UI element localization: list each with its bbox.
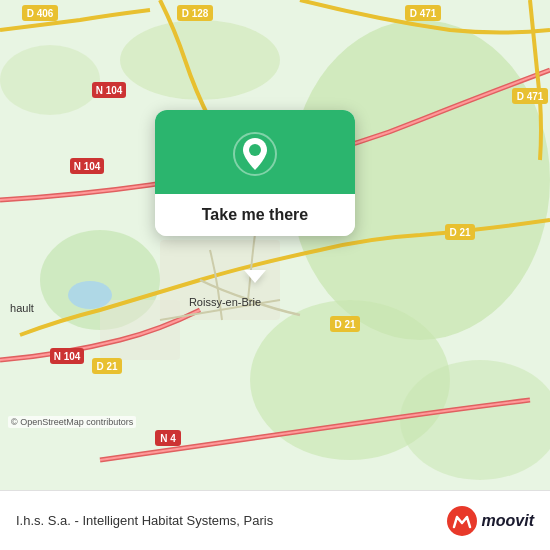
svg-text:N 104: N 104 (96, 85, 123, 96)
svg-text:D 128: D 128 (182, 8, 209, 19)
svg-point-5 (120, 20, 280, 100)
svg-point-9 (68, 281, 112, 309)
svg-point-6 (0, 45, 100, 115)
popup-tail (244, 270, 266, 283)
svg-text:Roissy-en-Brie: Roissy-en-Brie (189, 296, 261, 308)
location-pin-icon (233, 132, 277, 176)
svg-text:N 104: N 104 (54, 351, 81, 362)
svg-text:hault: hault (10, 302, 34, 314)
moovit-brand-text: moovit (482, 512, 534, 530)
svg-point-36 (447, 506, 477, 536)
svg-text:D 21: D 21 (96, 361, 118, 372)
take-me-there-button[interactable]: Take me there (155, 194, 355, 236)
place-title: I.h.s. S.a. - Intelligent Habitat System… (16, 513, 446, 528)
svg-text:D 21: D 21 (449, 227, 471, 238)
osm-attribution: © OpenStreetMap contributors (8, 416, 136, 428)
bottom-bar: I.h.s. S.a. - Intelligent Habitat System… (0, 490, 550, 550)
svg-text:D 406: D 406 (27, 8, 54, 19)
location-popup: Take me there (155, 110, 355, 236)
popup-header (155, 110, 355, 194)
moovit-logo: moovit (446, 505, 534, 537)
svg-point-35 (249, 144, 261, 156)
svg-text:D 471: D 471 (410, 8, 437, 19)
svg-text:D 21: D 21 (334, 319, 356, 330)
moovit-icon (446, 505, 478, 537)
map-container: D 406 D 128 D 471 D 471 N 104 N 104 N 10… (0, 0, 550, 490)
svg-text:N 104: N 104 (74, 161, 101, 172)
svg-rect-8 (100, 300, 180, 360)
svg-text:D 471: D 471 (517, 91, 544, 102)
svg-text:N 4: N 4 (160, 433, 176, 444)
